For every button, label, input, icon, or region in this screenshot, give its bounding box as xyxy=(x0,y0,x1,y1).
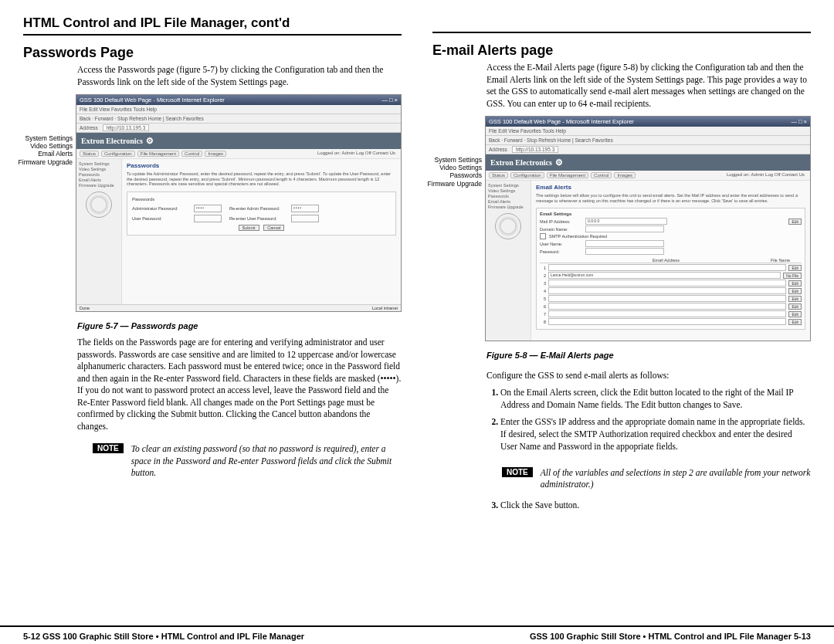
cancel-button[interactable]: Cancel xyxy=(263,225,284,231)
callouts-left: System Settings Video Settings Email Ale… xyxy=(23,134,73,166)
titlebar: GSS 100 Default Web Page - Microsoft Int… xyxy=(486,117,810,127)
sidebar-item-firmware[interactable]: Firmware Upgrade xyxy=(79,183,119,188)
config-text: Configure the GSS to send e-mail alerts … xyxy=(486,371,811,380)
page-footer: 5-12 GSS 100 Graphic Still Store • HTML … xyxy=(0,625,834,641)
tab-control[interactable]: Control xyxy=(591,172,612,178)
step-2: Enter the GSS's IP address and the appro… xyxy=(500,415,811,452)
figure-5-8: System Settings Video Settings Passwords… xyxy=(432,116,811,341)
sidebar-item-passwords[interactable]: Passwords xyxy=(79,172,119,177)
sidebar-item-email[interactable]: Email Alerts xyxy=(488,199,528,204)
password-field[interactable] xyxy=(585,248,664,255)
figure-5-7: System Settings Video Settings Email Ale… xyxy=(23,94,402,312)
panel-description: To update the Administrator Password, en… xyxy=(127,171,396,187)
tab-images[interactable]: Images xyxy=(614,172,636,178)
email-field[interactable] xyxy=(548,280,786,286)
gear-icon: ⚙ xyxy=(555,158,563,168)
row-button[interactable]: Edit xyxy=(788,280,802,286)
es-title: Email Settings xyxy=(540,212,802,216)
tab-file-management[interactable]: File Management xyxy=(547,172,588,178)
callouts-right: System Settings Video Settings Passwords… xyxy=(432,156,482,188)
user-pw-label: User Password: xyxy=(132,216,186,221)
section-title-passwords: Passwords Page xyxy=(23,45,402,61)
tab-configuration[interactable]: Configuration xyxy=(510,172,544,178)
row-num: 6 xyxy=(540,304,546,309)
sidebar-item-video[interactable]: Video Settings xyxy=(79,167,119,171)
tab-status[interactable]: Status xyxy=(80,151,99,157)
sidebar-item-email[interactable]: Email Alerts xyxy=(79,178,119,182)
steps-list-cont: Click the Save button. xyxy=(486,499,811,516)
sidebar-item-firmware[interactable]: Firmware Upgrade xyxy=(488,205,528,209)
edit-button[interactable]: Edit xyxy=(788,219,802,225)
callout-item: Video Settings xyxy=(30,142,73,150)
chapter-title: HTML Control and IPL File Manager, cont'… xyxy=(23,15,402,36)
toolbar: Back · Forward · Stop Refresh Home | Sea… xyxy=(76,114,401,124)
row-button[interactable]: Edit xyxy=(788,296,802,302)
username-field[interactable] xyxy=(585,240,664,247)
col-email: Email Address xyxy=(540,258,771,263)
brand-bar: Extron Electronics ⚙ xyxy=(486,154,810,171)
row-button[interactable]: Edit xyxy=(788,303,802,310)
addressbar: Address http://10.13.195.3 xyxy=(486,145,810,154)
email-field[interactable]: Lance.Held@extron.com xyxy=(548,272,781,279)
email-row: 3Edit xyxy=(540,280,802,286)
email-field[interactable] xyxy=(548,287,786,294)
email-row: 1Edit xyxy=(540,264,802,271)
user-pw-re-field[interactable] xyxy=(291,215,319,222)
sidebar-item-system[interactable]: System Settings xyxy=(79,161,119,166)
submit-button[interactable]: Submit xyxy=(239,225,259,231)
user-pw-field[interactable] xyxy=(194,215,222,222)
note-badge: NOTE xyxy=(502,467,533,477)
email-row: 4Edit xyxy=(540,287,802,294)
email-field[interactable] xyxy=(548,303,786,310)
panel-title: Passwords xyxy=(127,162,396,169)
tab-status[interactable]: Status xyxy=(489,172,508,178)
email-field[interactable] xyxy=(548,295,786,302)
note-text: All of the variables and selections in s… xyxy=(541,467,811,491)
email-settings-box: Email Settings Mail IP Address:0.0.0.0Ed… xyxy=(536,208,805,330)
nav-tabs[interactable]: Status Configuration File Management Con… xyxy=(76,149,401,159)
admin-pw-re-field[interactable]: •••• xyxy=(291,205,319,212)
smtp-checkbox[interactable] xyxy=(540,233,546,239)
figure-caption-5-7: Figure 5-7 — Passwords page xyxy=(77,321,402,330)
tab-images[interactable]: Images xyxy=(205,151,226,157)
callout-item: Firmware Upgrade xyxy=(428,180,482,188)
admin-pw-label: Administrator Password: xyxy=(132,206,186,211)
gear-icon: ⚙ xyxy=(146,136,154,146)
tab-file-management[interactable]: File Management xyxy=(137,151,179,157)
row-num: 3 xyxy=(540,281,546,286)
extron-seal-icon xyxy=(86,192,112,218)
admin-pw-field[interactable]: •••• xyxy=(194,205,222,212)
nav-tabs[interactable]: Status Configuration File Management Con… xyxy=(486,171,810,181)
row-button[interactable]: No File xyxy=(783,273,802,279)
row-button[interactable]: Edit xyxy=(788,265,802,271)
browser-window-email: GSS 100 Default Web Page - Microsoft Int… xyxy=(485,116,811,341)
tab-configuration[interactable]: Configuration xyxy=(101,151,135,157)
email-field[interactable] xyxy=(548,318,786,325)
addressbar: Address http://10.13.195.3 xyxy=(76,124,401,133)
address-field[interactable]: http://10.13.195.3 xyxy=(103,124,150,131)
sidebar: System Settings Video Settings Passwords… xyxy=(76,159,122,304)
mail-ip-field[interactable]: 0.0.0.0 xyxy=(585,218,667,225)
sidebar-item-video[interactable]: Video Settings xyxy=(488,188,528,193)
row-num: 1 xyxy=(540,266,546,270)
row-button[interactable]: Edit xyxy=(788,319,802,325)
titlebar: GSS 100 Default Web Page - Microsoft Int… xyxy=(76,95,401,105)
address-field[interactable]: http://10.13.195.3 xyxy=(512,146,559,153)
row-button[interactable]: Edit xyxy=(788,311,802,317)
sidebar-item-system[interactable]: System Settings xyxy=(488,183,528,188)
tab-control[interactable]: Control xyxy=(181,151,202,157)
step-1: On the Email Alerts screen, click the Ed… xyxy=(500,386,811,411)
footer-right: GSS 100 Graphic Still Store • HTML Contr… xyxy=(530,632,811,641)
domain-field[interactable] xyxy=(585,225,664,232)
sidebar: System Settings Video Settings Passwords… xyxy=(486,181,531,341)
email-field[interactable] xyxy=(548,310,786,317)
sidebar-item-passwords[interactable]: Passwords xyxy=(488,194,528,198)
row-button[interactable]: Edit xyxy=(788,288,802,294)
box-title: Passwords xyxy=(132,197,391,202)
extron-seal-icon xyxy=(495,213,521,239)
smtp-label: SMTP Authentication Required xyxy=(549,234,607,239)
rule xyxy=(432,15,811,33)
domain-label: Domain Name: xyxy=(540,227,582,232)
email-field[interactable] xyxy=(548,264,786,271)
main-panel: Passwords To update the Administrator Pa… xyxy=(122,159,401,304)
